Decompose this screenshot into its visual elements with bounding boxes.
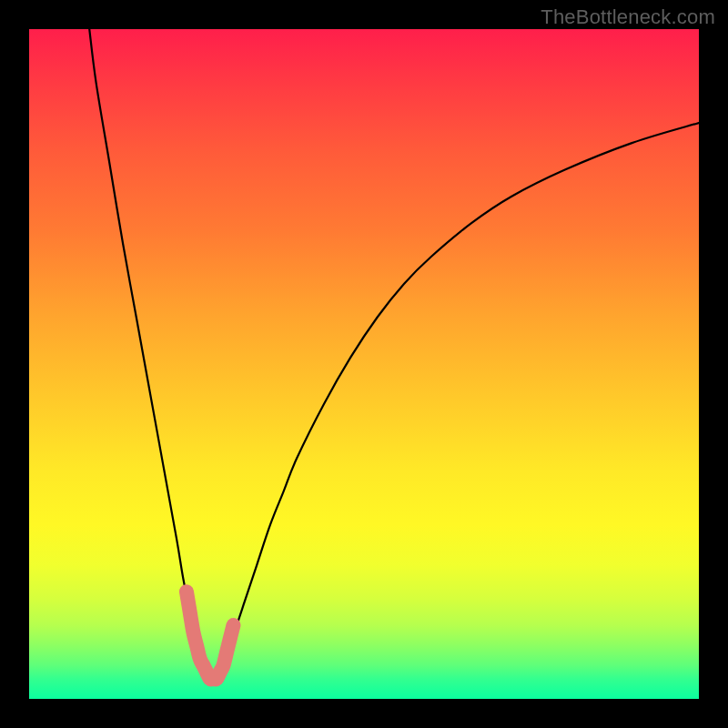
trough-highlight-path — [187, 592, 234, 679]
outer-frame: TheBottleneck.com — [0, 0, 728, 728]
watermark-text: TheBottleneck.com — [541, 5, 715, 29]
curve-path — [89, 29, 699, 681]
plot-area — [29, 29, 699, 699]
chart-svg — [29, 29, 699, 699]
